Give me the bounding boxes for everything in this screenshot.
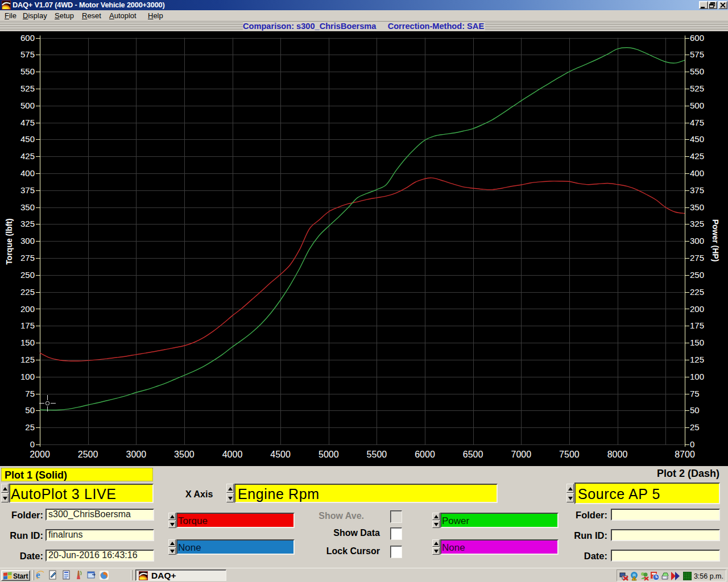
svg-text:150: 150	[690, 338, 704, 347]
svg-text:425: 425	[20, 151, 35, 161]
svg-text:125: 125	[20, 355, 35, 364]
svg-text:25: 25	[690, 422, 700, 432]
svg-text:225: 225	[20, 287, 35, 297]
svg-text:400: 400	[20, 168, 35, 178]
svg-text:75: 75	[25, 389, 35, 398]
svg-text:325: 325	[20, 219, 35, 228]
svg-text:450: 450	[20, 134, 35, 144]
svg-text:525: 525	[20, 84, 35, 93]
svg-text:6500: 6500	[463, 450, 483, 459]
svg-text:5500: 5500	[367, 450, 387, 459]
svg-text:350: 350	[690, 202, 704, 212]
svg-text:125: 125	[690, 355, 704, 364]
svg-text:500: 500	[20, 101, 35, 110]
svg-text:75: 75	[690, 389, 700, 398]
svg-text:Torque (lbft): Torque (lbft)	[5, 218, 14, 264]
svg-text:575: 575	[690, 49, 704, 59]
svg-text:550: 550	[690, 66, 704, 76]
svg-text:475: 475	[20, 118, 35, 127]
svg-text:6000: 6000	[415, 450, 435, 459]
svg-text:5000: 5000	[318, 450, 339, 459]
svg-text:375: 375	[690, 185, 704, 195]
svg-text:50: 50	[25, 405, 35, 415]
svg-text:175: 175	[20, 321, 35, 330]
svg-text:250: 250	[690, 270, 704, 280]
svg-text:2000: 2000	[30, 450, 50, 459]
svg-text:250: 250	[20, 270, 35, 280]
svg-text:4500: 4500	[270, 450, 291, 459]
svg-text:7000: 7000	[511, 450, 532, 459]
svg-text:150: 150	[20, 338, 35, 347]
svg-text:7500: 7500	[559, 450, 580, 459]
svg-text:425: 425	[690, 151, 704, 161]
svg-text:325: 325	[690, 219, 704, 228]
svg-text:25: 25	[25, 422, 35, 432]
svg-text:550: 550	[20, 66, 35, 76]
svg-text:375: 375	[20, 185, 35, 195]
svg-text:300: 300	[20, 236, 35, 246]
svg-text:300: 300	[690, 236, 704, 246]
svg-text:200: 200	[690, 304, 704, 314]
svg-text:600: 600	[690, 33, 704, 43]
svg-text:3000: 3000	[126, 450, 147, 459]
svg-text:2500: 2500	[78, 450, 98, 459]
svg-text:400: 400	[690, 168, 704, 178]
svg-text:275: 275	[690, 253, 704, 263]
svg-text:450: 450	[690, 134, 704, 144]
svg-text:0: 0	[30, 439, 35, 449]
svg-text:350: 350	[20, 202, 35, 212]
svg-text:275: 275	[20, 253, 35, 263]
svg-text:100: 100	[690, 372, 704, 381]
svg-text:8700: 8700	[675, 450, 695, 459]
svg-text:525: 525	[690, 84, 704, 93]
svg-text:3500: 3500	[174, 450, 195, 459]
svg-text:200: 200	[20, 304, 35, 314]
svg-text:500: 500	[690, 101, 704, 110]
svg-text:175: 175	[690, 321, 704, 330]
svg-text:225: 225	[690, 287, 704, 297]
svg-text:4000: 4000	[222, 450, 243, 459]
svg-text:600: 600	[20, 33, 35, 43]
svg-text:100: 100	[20, 372, 35, 381]
svg-text:575: 575	[20, 49, 35, 59]
svg-text:Power (HP): Power (HP)	[711, 219, 720, 262]
svg-text:0: 0	[690, 439, 694, 449]
svg-text:50: 50	[690, 405, 700, 415]
svg-text:!: !	[634, 577, 635, 581]
svg-text:8000: 8000	[607, 450, 628, 459]
svg-text:475: 475	[690, 118, 704, 127]
